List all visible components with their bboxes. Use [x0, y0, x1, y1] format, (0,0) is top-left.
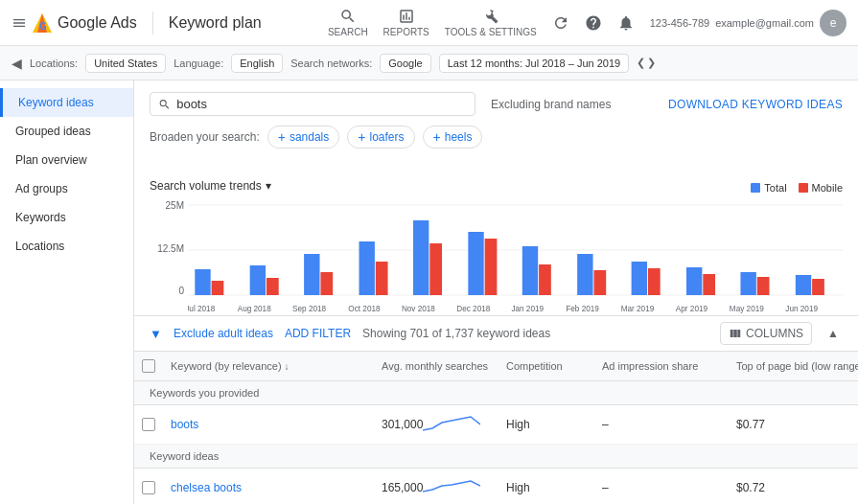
bar-mobile-4 — [429, 243, 442, 295]
search-row: Excluding brand names DOWNLOAD KEYWORD I… — [150, 92, 843, 116]
language-label: Language: — [174, 57, 223, 69]
bar-total-7 — [577, 254, 592, 295]
locations-label: Locations: — [30, 57, 78, 69]
columns-btn[interactable]: COLUMNS — [720, 322, 812, 345]
table-header: Keyword (by relevance) ↓ Avg. monthly se… — [134, 352, 858, 381]
bar-total-10 — [740, 272, 755, 295]
row-bid-low: $0.77 — [729, 405, 858, 444]
add-filter-btn[interactable]: ADD FILTER — [285, 327, 351, 340]
keyword-section: Excluding brand names DOWNLOAD KEYWORD I… — [134, 80, 858, 172]
row-avg-monthly: 301,000 — [374, 405, 499, 444]
collapse-btn[interactable]: ▲ — [823, 323, 843, 344]
date-range-pill[interactable]: Last 12 months: Jul 2018 – Jun 2019 — [439, 54, 629, 73]
search-icon — [158, 98, 171, 111]
sidebar-item-keywords[interactable]: Keywords — [0, 203, 133, 232]
bar-total-11 — [796, 275, 811, 295]
y-label-0: 0 — [150, 286, 184, 296]
user-info[interactable]: 123-456-789 example@gmail.com e — [650, 10, 846, 36]
excluding-label: Excluding brand names — [491, 98, 611, 111]
chart-area: 25M 12.5M 0 — [150, 200, 843, 315]
bar-mobile-10 — [757, 277, 770, 295]
row-checkbox[interactable] — [134, 405, 163, 444]
bar-mobile-9 — [703, 274, 715, 295]
bar-total-6 — [522, 246, 538, 295]
bar-total-3 — [359, 241, 374, 295]
svg-text:Aug 2018: Aug 2018 — [238, 304, 271, 313]
header-checkbox[interactable] — [142, 359, 155, 373]
col-bid-low[interactable]: Top of page bid (low range) — [729, 352, 858, 380]
plus-icon: + — [358, 129, 365, 145]
keyword-search-input[interactable] — [176, 97, 467, 111]
sidebar-item-ad-groups[interactable]: Ad groups — [0, 174, 133, 203]
plus-icon: + — [278, 129, 286, 145]
col-keyword[interactable]: Keyword (by relevance) ↓ — [163, 352, 374, 380]
bar-total-0 — [195, 269, 210, 295]
col-competition[interactable]: Competition — [499, 352, 594, 380]
back-arrow[interactable]: ◀ — [12, 56, 22, 71]
exclude-adult-ideas-btn[interactable]: Exclude adult ideas — [174, 327, 273, 340]
svg-text:Jan 2019: Jan 2019 — [511, 304, 544, 313]
download-keyword-ideas-btn[interactable]: DOWNLOAD KEYWORD IDEAS — [668, 98, 843, 111]
svg-text:Apr 2019: Apr 2019 — [676, 304, 707, 313]
sidebar-item-locations[interactable]: Locations — [0, 232, 133, 261]
bar-total-9 — [686, 267, 702, 295]
bar-mobile-11 — [812, 279, 824, 295]
row-checkbox[interactable] — [134, 469, 163, 504]
chart-legend: Total Mobile — [751, 182, 843, 194]
chart-bars-container: Jul 2018 Aug 2018 Sep 2018 Oct 2018 Nov … — [188, 200, 843, 315]
menu-icon[interactable] — [12, 15, 27, 31]
bar-total-1 — [250, 265, 266, 295]
broaden-chip-label: sandals — [290, 130, 329, 144]
top-nav: G Google Ads Keyword plan SEARCH REPORTS… — [0, 0, 858, 46]
main-content: Excluding brand names DOWNLOAD KEYWORD I… — [134, 80, 858, 504]
bar-mobile-7 — [593, 270, 606, 295]
location-pill[interactable]: United States — [85, 54, 166, 73]
date-prev[interactable]: ❮ — [637, 57, 645, 69]
reports-nav-btn[interactable]: REPORTS — [383, 8, 429, 37]
row-avg-monthly: 165,000 — [374, 469, 499, 504]
secondary-nav: ◀ Locations: United States Language: Eng… — [0, 46, 858, 80]
col-avg-monthly[interactable]: Avg. monthly searches — [374, 352, 499, 380]
keyword-cell[interactable]: boots — [171, 418, 198, 431]
main-layout: Keyword ideas Grouped ideas Plan overvie… — [0, 80, 858, 504]
sidebar-item-plan-overview[interactable]: Plan overview — [0, 146, 133, 174]
keyword-cell[interactable]: chelsea boots — [171, 481, 242, 494]
refresh-btn[interactable] — [552, 14, 569, 32]
showing-text: Showing 701 of 1,737 keyword ideas — [362, 327, 550, 340]
broaden-chip-heels[interactable]: + heels — [423, 126, 483, 149]
dropdown-icon: ▾ — [266, 179, 271, 193]
language-pill[interactable]: English — [231, 54, 283, 73]
notifications-btn[interactable] — [617, 14, 635, 32]
row-competition: High — [499, 469, 594, 504]
date-nav: ❮ ❯ — [637, 57, 656, 69]
date-next[interactable]: ❯ — [647, 57, 656, 69]
col-ad-impression[interactable]: Ad impression share — [594, 352, 729, 380]
broaden-chip-sandals[interactable]: + sandals — [267, 126, 340, 149]
page-title: Keyword plan — [169, 14, 262, 32]
bar-total-2 — [304, 254, 319, 295]
sidebar-item-keyword-ideas[interactable]: Keyword ideas — [0, 88, 133, 117]
col-checkbox[interactable] — [134, 352, 163, 380]
help-btn[interactable] — [585, 14, 602, 32]
trend-sparkline — [423, 476, 480, 499]
avg-monthly-label: Avg. monthly searches — [382, 360, 488, 372]
row-bid-low: $0.72 — [729, 469, 858, 504]
network-pill[interactable]: Google — [380, 54, 430, 73]
search-nav-btn[interactable]: SEARCH — [328, 8, 368, 37]
broaden-chip-loafers[interactable]: + loafers — [347, 126, 414, 149]
svg-text:Jul 2018: Jul 2018 — [188, 304, 215, 313]
table-row: chelsea boots 165,000 High – $0.72 $1.95 — [134, 469, 858, 504]
svg-text:Oct 2018: Oct 2018 — [348, 304, 380, 313]
chart-title[interactable]: Search volume trends ▾ — [150, 179, 271, 193]
svg-text:Nov 2018: Nov 2018 — [402, 304, 435, 313]
search-box[interactable] — [150, 92, 475, 116]
provided-section-header: Keywords you provided — [134, 381, 858, 405]
broaden-chip-label: heels — [445, 130, 473, 144]
plus-icon: + — [433, 129, 441, 145]
sidebar-item-grouped-ideas[interactable]: Grouped ideas — [0, 117, 133, 146]
avatar: e — [820, 10, 846, 36]
filter-funnel-icon: ▼ — [150, 327, 162, 341]
filter-row: ▼ Exclude adult ideas ADD FILTER Showing… — [134, 315, 858, 352]
tools-nav-btn[interactable]: TOOLS & SETTINGS — [445, 8, 537, 37]
svg-text:Sep 2018: Sep 2018 — [292, 304, 326, 313]
